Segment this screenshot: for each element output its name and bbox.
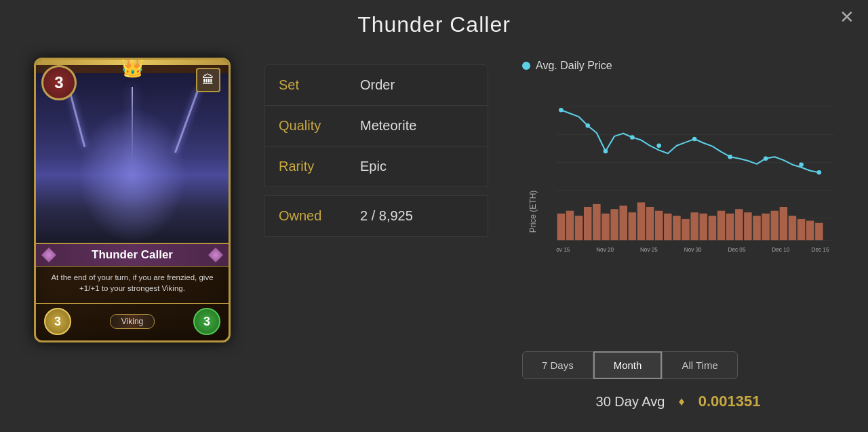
svg-point-51: [817, 170, 822, 175]
svg-text:Dec 10: Dec 10: [772, 247, 789, 253]
modal-title: Thunder Caller: [0, 0, 868, 44]
owned-label: Owned: [279, 208, 347, 224]
svg-rect-41: [815, 223, 823, 240]
svg-rect-16: [593, 204, 600, 240]
avg-label: 30 Day Avg: [596, 394, 665, 410]
svg-rect-28: [700, 214, 707, 240]
card-type: Viking: [110, 314, 155, 329]
stats-section: Set Order Quality Meteorite Rarity Epic …: [264, 51, 488, 418]
svg-point-45: [630, 135, 635, 140]
legend-dot-icon: [522, 62, 530, 70]
month-button[interactable]: Month: [593, 351, 663, 379]
svg-point-42: [559, 108, 564, 113]
card-crown-icon: 👑: [121, 58, 144, 79]
svg-rect-31: [726, 214, 734, 240]
rarity-label: Rarity: [279, 159, 347, 174]
svg-rect-34: [753, 216, 760, 240]
svg-rect-15: [584, 207, 591, 240]
quality-label: Quality: [279, 118, 347, 134]
svg-rect-35: [762, 214, 769, 240]
owned-value: 2 / 8,925: [360, 208, 413, 224]
svg-rect-38: [789, 216, 796, 240]
card-description: At the end of your turn, if you are fren…: [36, 267, 229, 303]
svg-rect-30: [717, 211, 725, 240]
svg-rect-36: [771, 211, 778, 240]
svg-point-44: [604, 149, 608, 154]
svg-rect-27: [690, 212, 698, 240]
avg-value: 0.001351: [698, 393, 761, 410]
svg-point-50: [799, 162, 804, 167]
svg-rect-19: [619, 205, 627, 240]
svg-rect-23: [655, 211, 663, 240]
svg-rect-26: [682, 219, 689, 240]
quality-value: Meteorite: [360, 118, 416, 134]
svg-text:Dec 15: Dec 15: [812, 247, 829, 253]
svg-rect-32: [735, 209, 743, 240]
stat-row-rarity: Rarity Epic: [264, 146, 488, 187]
stat-row-quality: Quality Meteorite: [264, 106, 488, 146]
card-section: 👑 3 🏛 Thunder Caller At the end of your …: [20, 51, 244, 418]
y-axis-label: Price (ETH): [528, 191, 538, 233]
7-days-button[interactable]: 7 Days: [522, 351, 593, 379]
svg-rect-40: [806, 221, 814, 241]
stat-row-set: Set Order: [264, 64, 488, 106]
card-attack: 3: [44, 308, 71, 335]
chart-footer: 30 Day Avg ♦ 0.001351: [509, 385, 848, 418]
card-mana: 3: [193, 308, 220, 335]
rarity-value: Epic: [360, 159, 387, 174]
card-gem-right-icon: [208, 248, 223, 262]
svg-point-47: [692, 137, 697, 142]
close-button[interactable]: ✕: [840, 8, 854, 26]
card-gem-left-icon: [41, 248, 56, 262]
svg-point-46: [656, 144, 661, 149]
svg-text:Nov 25: Nov 25: [640, 247, 658, 253]
svg-rect-25: [673, 216, 680, 240]
svg-point-49: [764, 156, 768, 161]
chart-svg: 0.00200 0.00160 0.00120 0.00080 0.00040 …: [556, 84, 834, 274]
chart-buttons: 7 Days Month All Time: [509, 346, 848, 385]
svg-rect-24: [664, 214, 671, 240]
svg-rect-17: [601, 214, 609, 240]
modal: Thunder Caller ✕ 👑 3 🏛 Thunder Caller At…: [0, 0, 868, 432]
svg-rect-20: [629, 212, 636, 240]
svg-rect-29: [709, 216, 716, 240]
svg-rect-18: [610, 209, 618, 240]
svg-point-48: [728, 155, 732, 159]
card-shield-icon: 🏛: [196, 68, 220, 92]
chart-container: Price (ETH) 0.00200 0.00160 0.00120 0.00…: [509, 77, 848, 346]
svg-rect-12: [557, 214, 565, 240]
svg-rect-21: [637, 202, 645, 240]
svg-rect-14: [575, 216, 583, 240]
svg-point-43: [585, 123, 590, 128]
set-label: Set: [279, 77, 347, 93]
card-footer: 3 Viking 3: [36, 303, 229, 340]
svg-rect-37: [780, 207, 787, 240]
eth-icon: ♦: [678, 395, 684, 409]
stat-row-owned: Owned 2 / 8,925: [264, 195, 488, 237]
card-figure: [78, 107, 186, 243]
chart-section: Avg. Daily Price Price (ETH) 0.00200 0.0…: [509, 51, 848, 418]
card-name-bar: Thunder Caller: [36, 243, 229, 267]
modal-body: 👑 3 🏛 Thunder Caller At the end of your …: [0, 44, 868, 432]
card-name: Thunder Caller: [92, 248, 173, 261]
svg-rect-13: [566, 211, 574, 240]
svg-text:Nov 20: Nov 20: [596, 247, 614, 253]
svg-text:Nov 15: Nov 15: [556, 247, 570, 253]
svg-rect-22: [646, 207, 654, 240]
legend-label: Avg. Daily Price: [536, 60, 612, 72]
svg-text:Dec 05: Dec 05: [728, 247, 746, 253]
all-time-button[interactable]: All Time: [662, 351, 737, 379]
set-value: Order: [360, 77, 395, 93]
card-cost: 3: [41, 65, 77, 100]
svg-rect-39: [797, 219, 805, 240]
svg-text:Nov 30: Nov 30: [684, 247, 702, 253]
chart-legend: Avg. Daily Price: [509, 54, 848, 77]
svg-rect-33: [744, 212, 751, 240]
card: 👑 3 🏛 Thunder Caller At the end of your …: [34, 58, 231, 342]
